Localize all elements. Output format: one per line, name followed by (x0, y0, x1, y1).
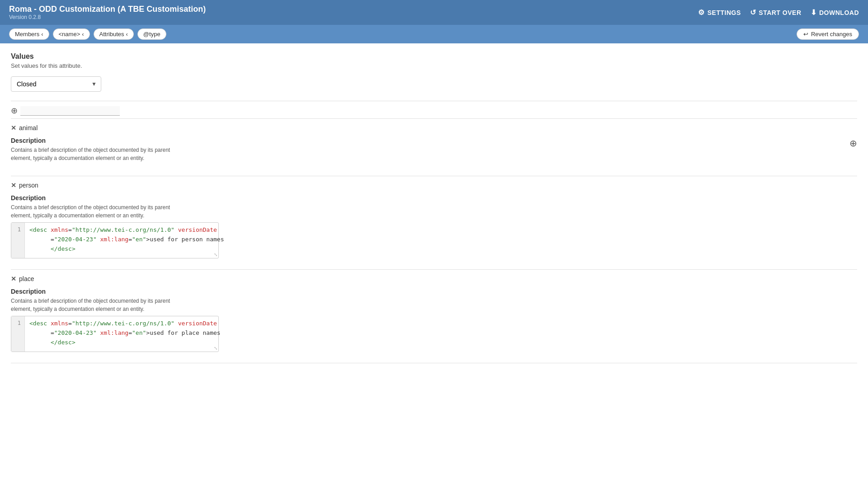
start-over-button[interactable]: ↺ START OVER (750, 8, 802, 17)
value-list-area: ⊕ ✕ animal Description Contains a brief … (11, 101, 857, 363)
app-header: Roma - ODD Customization (A TBE Customis… (0, 0, 868, 25)
animal-desc-title: Description (11, 137, 845, 144)
revert-icon: ↩ (803, 31, 808, 38)
animal-desc-header: Description Contains a brief description… (11, 137, 857, 162)
app-title-block: Roma - ODD Customization (A TBE Customis… (9, 5, 206, 20)
download-icon: ⬇ (811, 8, 817, 17)
settings-label: SETTINGS (708, 9, 741, 16)
add-value-input[interactable] (20, 106, 120, 116)
values-subtitle: Set values for this attribute. (11, 62, 857, 69)
breadcrumb-nav: Members ‹ <name> ‹ Attributes ‹ @type (9, 28, 166, 40)
nav-pill-name[interactable]: <name> ‹ (53, 28, 90, 40)
place-code-content: <desc xmlns="http://www.tei-c.org/ns/1.0… (25, 316, 225, 352)
resize-handle-place: ⤡ (214, 346, 217, 351)
gear-icon: ⚙ (698, 8, 705, 17)
add-value-row: ⊕ (11, 106, 857, 116)
divider-2 (11, 176, 857, 176)
resize-handle-person: ⤡ (214, 252, 217, 257)
value-item-animal: ✕ animal Description Contains a brief de… (11, 121, 857, 170)
navbar: Members ‹ <name> ‹ Attributes ‹ @type ↩ … (0, 25, 868, 43)
person-desc-header: Description Contains a brief description… (11, 194, 857, 220)
animal-desc-body: Contains a brief description of the obje… (11, 146, 192, 162)
refresh-icon: ↺ (750, 8, 756, 17)
person-row: ✕ person (11, 178, 857, 192)
add-value-icon[interactable]: ⊕ (11, 106, 18, 116)
person-code-content: <desc xmlns="http://www.tei-c.org/ns/1.0… (25, 223, 229, 258)
place-row: ✕ place (11, 272, 857, 286)
value-item-place: ✕ place Description Contains a brief des… (11, 272, 857, 357)
person-desc-body: Contains a brief description of the obje… (11, 203, 192, 220)
values-type-dropdown[interactable]: Closed Open Semi-closed (11, 76, 101, 92)
place-code-gutter: 1 (11, 316, 25, 352)
place-label: place (19, 275, 34, 282)
place-desc-text: Description Contains a brief description… (11, 288, 857, 313)
nav-pill-type[interactable]: @type (137, 28, 166, 40)
person-desc-section: Description Contains a brief description… (11, 194, 857, 264)
place-desc-body: Contains a brief description of the obje… (11, 297, 192, 313)
remove-place-icon[interactable]: ✕ (11, 275, 16, 282)
remove-animal-icon[interactable]: ✕ (11, 124, 16, 131)
closed-dropdown-wrapper: Closed Open Semi-closed ▼ (11, 76, 101, 92)
animal-desc-text: Description Contains a brief description… (11, 137, 845, 162)
nav-pill-name-label: <name> (59, 31, 80, 38)
divider-1 (11, 118, 857, 119)
values-title: Values (11, 52, 857, 61)
place-desc-title: Description (11, 288, 857, 295)
nav-pill-attributes[interactable]: Attributes ‹ (94, 28, 134, 40)
person-code-editor[interactable]: 1 <desc xmlns="http://www.tei-c.org/ns/1… (11, 222, 219, 258)
person-label: person (19, 182, 38, 189)
value-item-person: ✕ person Description Contains a brief de… (11, 178, 857, 264)
chevron-left-icon-2: ‹ (82, 31, 84, 38)
place-desc-header: Description Contains a brief description… (11, 288, 857, 313)
nav-pill-members[interactable]: Members ‹ (9, 28, 49, 40)
nav-pill-attributes-label: Attributes (99, 31, 124, 38)
divider-3 (11, 269, 857, 270)
settings-button[interactable]: ⚙ SETTINGS (698, 8, 741, 17)
nav-pill-type-label: @type (143, 31, 160, 38)
chevron-left-icon-3: ‹ (126, 31, 128, 38)
app-title: Roma - ODD Customization (A TBE Customis… (9, 5, 206, 14)
divider-4 (11, 363, 857, 363)
revert-label: Revert changes (811, 31, 852, 38)
animal-desc-section: Description Contains a brief description… (11, 137, 857, 170)
start-over-label: START OVER (759, 9, 801, 16)
nav-pill-members-label: Members (15, 31, 39, 38)
person-desc-text: Description Contains a brief description… (11, 194, 857, 220)
person-desc-title: Description (11, 194, 857, 202)
animal-row: ✕ animal (11, 121, 857, 135)
revert-changes-button[interactable]: ↩ Revert changes (797, 28, 859, 40)
person-code-gutter: 1 (11, 223, 25, 258)
remove-person-icon[interactable]: ✕ (11, 182, 16, 189)
animal-label: animal (19, 124, 38, 131)
place-desc-section: Description Contains a brief description… (11, 288, 857, 357)
main-content: Values Set values for this attribute. Cl… (0, 43, 868, 374)
download-button[interactable]: ⬇ DOWNLOAD (811, 8, 859, 17)
add-animal-desc-icon[interactable]: ⊕ (849, 138, 857, 149)
place-code-editor[interactable]: 1 <desc xmlns="http://www.tei-c.org/ns/1… (11, 316, 219, 352)
values-section-header: Values Set values for this attribute. (11, 52, 857, 69)
download-label: DOWNLOAD (819, 9, 859, 16)
chevron-left-icon: ‹ (41, 31, 43, 38)
app-version: Version 0.2.8 (9, 14, 206, 20)
header-actions: ⚙ SETTINGS ↺ START OVER ⬇ DOWNLOAD (698, 8, 859, 17)
